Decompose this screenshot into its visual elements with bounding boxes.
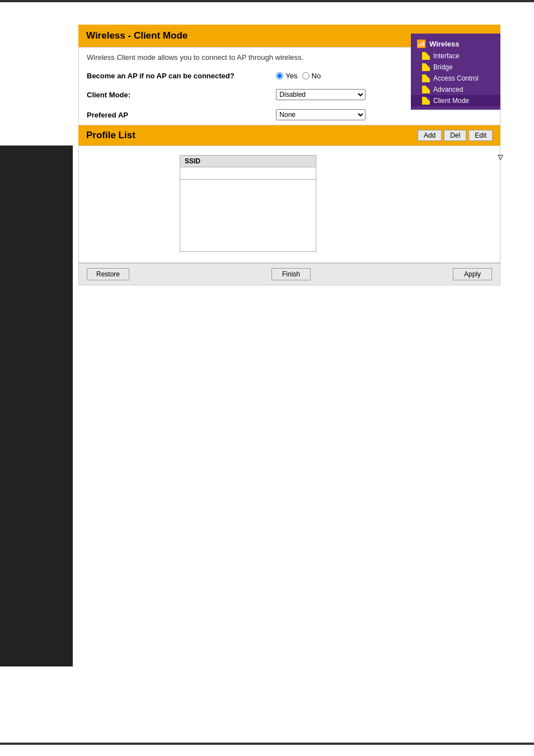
- preferred-ap-label: Prefered AP: [79, 105, 269, 125]
- profile-list-buttons: Add Del Edit: [418, 130, 493, 141]
- become-ap-no-label: No: [312, 72, 321, 80]
- access-control-label: Access Control: [433, 74, 479, 82]
- interface-icon: [422, 52, 430, 60]
- bottom-border: [0, 743, 534, 745]
- edit-button[interactable]: Edit: [469, 130, 493, 141]
- nav-header-label: Wireless: [429, 40, 459, 48]
- finish-button[interactable]: Finish: [271, 268, 311, 280]
- interface-label: Interface: [433, 52, 460, 60]
- apply-button[interactable]: Apply: [453, 268, 492, 280]
- left-sidebar: [0, 145, 73, 666]
- sidebar-item-client-mode[interactable]: Client Mode: [411, 95, 500, 106]
- restore-button[interactable]: Restore: [87, 268, 129, 280]
- sidebar-item-advanced[interactable]: Advanced: [411, 84, 500, 95]
- profile-list-header: Profile List Add Del Edit: [78, 125, 500, 145]
- client-mode-label: Client Mode: [433, 97, 469, 105]
- client-mode-select[interactable]: Disabled Enabled: [276, 89, 366, 100]
- preferred-ap-select[interactable]: None: [276, 109, 366, 120]
- become-ap-yes-radio[interactable]: [276, 72, 283, 79]
- ssid-area: SSID: [78, 145, 500, 263]
- become-ap-yes-label: Yes: [285, 72, 297, 80]
- bottom-bar: Restore Finish Apply: [78, 263, 500, 285]
- ssid-table-wrapper: SSID: [180, 155, 316, 252]
- access-control-icon: [422, 74, 430, 82]
- become-ap-label: Become an AP if no AP can be connected?: [79, 67, 269, 84]
- advanced-icon: [422, 86, 430, 93]
- sidebar-item-interface[interactable]: Interface: [411, 50, 500, 62]
- client-mode-icon: [422, 97, 430, 105]
- cursor-indicator: ▿: [498, 150, 503, 163]
- become-ap-no-radio[interactable]: [302, 72, 310, 79]
- bridge-icon: [422, 63, 430, 71]
- advanced-label: Advanced: [433, 86, 463, 93]
- bridge-label: Bridge: [433, 63, 453, 71]
- sidebar-item-access-control[interactable]: Access Control: [411, 73, 500, 84]
- add-button[interactable]: Add: [418, 130, 442, 141]
- ssid-search-input[interactable]: [180, 167, 316, 179]
- profile-list-title: Profile List: [86, 130, 135, 141]
- del-button[interactable]: Del: [444, 130, 466, 141]
- sidebar-item-bridge[interactable]: Bridge: [411, 62, 500, 73]
- nav-header: 📶 Wireless: [411, 37, 500, 50]
- ssid-column-header: SSID: [180, 155, 316, 167]
- wireless-icon: 📶: [416, 39, 426, 48]
- nav-menu: 📶 Wireless Interface Bridge Access Contr…: [411, 34, 500, 110]
- ssid-list-box[interactable]: [180, 179, 316, 252]
- client-mode-field-label: Client Mode:: [79, 84, 269, 105]
